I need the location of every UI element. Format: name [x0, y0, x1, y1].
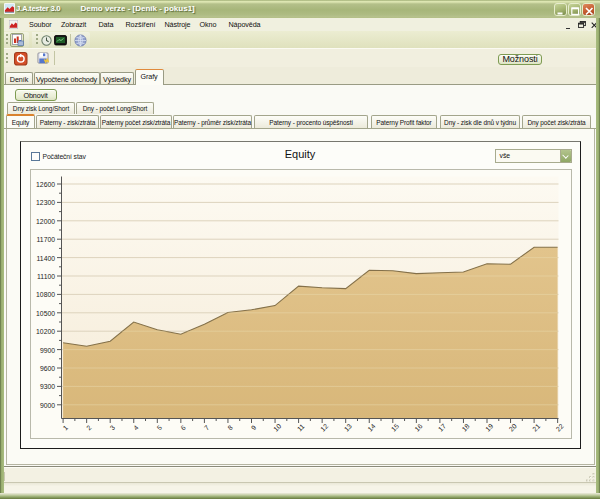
svg-text:9600: 9600: [40, 365, 55, 372]
svg-text:10: 10: [272, 422, 282, 432]
svg-text:5: 5: [156, 424, 164, 432]
svg-text:9900: 9900: [40, 347, 55, 354]
svg-text:10200: 10200: [36, 328, 55, 335]
svg-text:12300: 12300: [36, 199, 55, 206]
svg-text:1: 1: [61, 424, 69, 432]
svg-text:2: 2: [85, 424, 93, 432]
svg-text:6: 6: [179, 424, 187, 432]
svg-text:11400: 11400: [37, 255, 56, 262]
svg-text:12600: 12600: [36, 181, 55, 188]
svg-text:19: 19: [484, 422, 494, 432]
svg-text:20: 20: [508, 422, 518, 432]
svg-text:15: 15: [390, 422, 400, 432]
svg-text:13: 13: [343, 422, 353, 432]
svg-text:9: 9: [250, 424, 258, 432]
svg-text:12: 12: [319, 422, 329, 432]
svg-text:18: 18: [460, 422, 470, 432]
svg-text:4: 4: [132, 424, 140, 432]
svg-text:3: 3: [109, 424, 117, 432]
svg-text:21: 21: [531, 422, 541, 432]
svg-text:16: 16: [413, 422, 423, 432]
svg-text:9300: 9300: [40, 383, 55, 390]
svg-text:11100: 11100: [37, 273, 55, 280]
svg-text:10800: 10800: [36, 291, 55, 298]
svg-text:7: 7: [203, 424, 211, 432]
svg-text:11: 11: [296, 422, 306, 432]
svg-text:10500: 10500: [36, 310, 55, 317]
svg-text:22: 22: [555, 422, 565, 432]
svg-text:17: 17: [437, 422, 447, 432]
svg-text:8: 8: [226, 424, 234, 432]
svg-text:12000: 12000: [36, 218, 55, 225]
svg-text:14: 14: [366, 422, 376, 432]
svg-text:9000: 9000: [40, 402, 55, 409]
svg-text:11700: 11700: [37, 236, 56, 243]
